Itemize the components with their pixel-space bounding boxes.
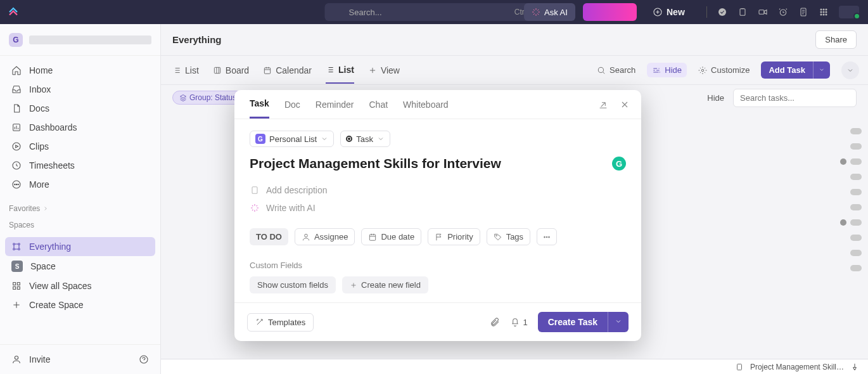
nav-more[interactable]: More	[5, 175, 155, 194]
location-list-chip[interactable]: G Personal List	[250, 131, 334, 147]
svg-point-42	[546, 236, 547, 238]
video-icon[interactable]	[758, 7, 768, 17]
space-item[interactable]: SSpace	[5, 256, 155, 276]
create-space[interactable]: Create Space	[5, 295, 155, 314]
app-logo	[8, 6, 19, 18]
bottom-bar: Project Management Skill…	[161, 359, 868, 374]
add-task-dropdown[interactable]	[813, 61, 830, 79]
modal-body: G Personal List Task Project Management …	[234, 119, 641, 302]
templates-button[interactable]: Templates	[247, 313, 314, 332]
draft-title[interactable]: Project Management Skill…	[750, 363, 844, 371]
view-tab-calendar[interactable]: Calendar	[263, 58, 312, 83]
calendar-icon	[263, 66, 272, 75]
priority-chip[interactable]: Priority	[428, 228, 480, 245]
more-props-chip[interactable]	[537, 228, 557, 245]
add-view[interactable]: View	[368, 58, 400, 83]
clipboard-icon[interactable]	[737, 7, 748, 17]
filter-hide[interactable]: Hide	[707, 93, 724, 103]
nav-timesheets[interactable]: Timesheets	[5, 156, 155, 175]
expand-icon[interactable]	[598, 100, 608, 110]
nav-clips[interactable]: Clips	[5, 137, 155, 156]
group-chip[interactable]: Group: Status	[172, 91, 243, 105]
nav-home[interactable]: Home	[5, 61, 155, 80]
help-icon[interactable]	[139, 354, 149, 364]
toolbar-label: Hide	[665, 65, 682, 75]
space-everything[interactable]: Everything	[5, 237, 155, 256]
view-tab-list[interactable]: List	[172, 58, 199, 83]
check-circle-icon[interactable]	[717, 7, 727, 17]
view-tab-board[interactable]: Board	[213, 58, 249, 83]
search-tasks-input[interactable]	[733, 89, 857, 107]
svg-rect-44	[737, 364, 741, 370]
toolbar-customize[interactable]: Customize	[698, 65, 750, 75]
show-custom-fields[interactable]: Show custom fields	[250, 276, 336, 293]
pin-icon[interactable]	[850, 363, 859, 371]
templates-label: Templates	[268, 318, 305, 327]
notepad-icon[interactable]	[798, 7, 808, 17]
user-avatar[interactable]	[839, 6, 859, 18]
modal-tab-reminder[interactable]: Reminder	[316, 91, 354, 118]
global-search[interactable]: Search... Ctrl+K	[325, 3, 544, 21]
search-icon	[333, 7, 343, 17]
plus-icon	[350, 281, 357, 289]
ask-ai-button[interactable]: Ask AI	[524, 3, 575, 21]
gear-icon	[698, 66, 707, 75]
space-label: Space	[30, 261, 56, 271]
nav-label: Timesheets	[29, 160, 75, 171]
doc-icon	[735, 363, 744, 371]
plus-icon	[368, 66, 377, 75]
doc-icon	[250, 185, 260, 195]
add-description[interactable]: Add description	[250, 181, 626, 199]
svg-point-38	[305, 234, 308, 237]
upgrade-button[interactable]	[583, 3, 637, 21]
add-task-button[interactable]: Add Task	[761, 61, 813, 79]
create-task-modal: Task Doc Reminder Chat Whiteboard G Pers…	[234, 90, 641, 341]
status-chip[interactable]: TO DO	[250, 228, 288, 245]
invite-button[interactable]: Invite	[5, 350, 155, 369]
apps-grid-icon[interactable]	[819, 7, 829, 17]
modal-tab-task[interactable]: Task	[250, 90, 269, 119]
nav-docs[interactable]: Docs	[5, 99, 155, 118]
new-button[interactable]: New	[653, 7, 685, 17]
share-button[interactable]: Share	[815, 30, 857, 49]
chip-label: Assignee	[314, 232, 348, 242]
svg-rect-33	[214, 67, 220, 73]
nav-inbox[interactable]: Inbox	[5, 80, 155, 99]
toolbar-search[interactable]: Search	[597, 65, 635, 75]
create-task-button[interactable]: Create Task	[538, 312, 608, 332]
desc-placeholder: Add description	[266, 185, 328, 195]
alarm-icon[interactable]	[778, 7, 788, 17]
workspace-switcher[interactable]: G	[0, 24, 160, 56]
write-with-ai[interactable]: Write with AI	[250, 199, 626, 217]
modal-tab-whiteboard[interactable]: Whiteboard	[403, 91, 449, 118]
attachment-icon[interactable]	[490, 317, 500, 327]
calendar-icon	[368, 233, 377, 242]
topbar: Search... Ctrl+K Ask AI New	[0, 0, 868, 24]
task-type-chip[interactable]: Task	[340, 131, 390, 147]
favorites-section[interactable]: Favorites	[0, 199, 160, 216]
more-options-button[interactable]	[841, 61, 859, 79]
duedate-chip[interactable]: Due date	[361, 228, 421, 245]
network-icon	[11, 242, 22, 252]
chevron-down-icon	[819, 67, 825, 73]
nav-label: Home	[29, 65, 53, 75]
task-title-input[interactable]: Project Management Skills for Interview	[250, 156, 501, 171]
create-task-dropdown[interactable]	[608, 312, 629, 332]
toolbar-hide[interactable]: Hide	[647, 63, 687, 77]
close-icon[interactable]	[620, 100, 630, 110]
create-custom-field[interactable]: Create new field	[342, 276, 428, 293]
view-all-spaces[interactable]: View all Spaces	[5, 276, 155, 295]
svg-rect-29	[13, 287, 16, 289]
nav-dashboards[interactable]: Dashboards	[5, 118, 155, 137]
svg-point-41	[544, 236, 546, 238]
svg-point-17	[13, 143, 20, 150]
assignee-chip[interactable]: Assignee	[295, 228, 355, 245]
svg-rect-30	[17, 287, 20, 289]
modal-tab-chat[interactable]: Chat	[369, 91, 388, 118]
more-icon	[11, 179, 22, 190]
watchers[interactable]: 1	[510, 317, 527, 327]
grammarly-icon[interactable]: G	[612, 157, 626, 171]
tags-chip[interactable]: Tags	[487, 228, 530, 245]
view-tab-list-active[interactable]: List	[326, 57, 354, 84]
modal-tab-doc[interactable]: Doc	[284, 91, 300, 118]
